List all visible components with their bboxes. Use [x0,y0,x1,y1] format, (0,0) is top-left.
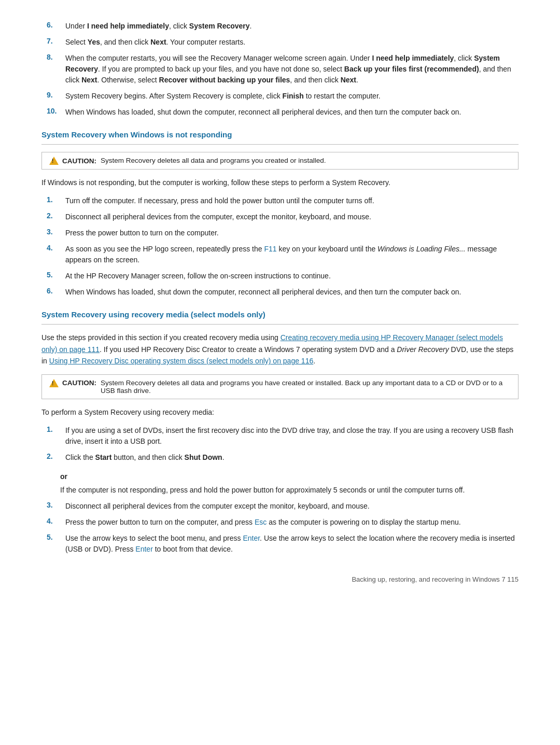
s1-step-2: 2. Disconnect all peripheral devices fro… [41,212,519,222]
s1-step-1-text: Turn off the computer. If necessary, pre… [65,195,519,206]
s2-step-2: 2. Click the Start button, and then clic… [41,452,519,463]
s1-step-2-number: 2. [47,212,65,220]
section2-intro: Use the steps provided in this section i… [41,332,519,367]
step-9-number: 9. [47,91,65,99]
driver-recovery-italic: Driver Recovery [397,345,449,354]
section2-divider [41,324,519,325]
s1-step-6-text: When Windows has loaded, shut down the c… [65,287,519,298]
section2-to-perform: To perform a System Recovery using recov… [41,406,519,418]
step-6-number: 6. [47,21,65,29]
top-steps-list: 6. Under I need help immediately, click … [41,21,519,118]
step-10-number: 10. [47,107,65,115]
step-10: 10. When Windows has loaded, shut down t… [41,107,519,118]
s1-step-6-number: 6. [47,287,65,295]
step-9: 9. System Recovery begins. After System … [41,91,519,102]
section2-caution-label: CAUTION: [49,379,96,387]
section1-divider [41,144,519,145]
step-8-text: When the computer restarts, you will see… [65,53,519,86]
s1-step-5-number: 5. [47,271,65,279]
s2-step-3: 3. Disconnect all peripheral devices fro… [41,501,519,512]
s2-step-2-text: Click the Start button, and then click S… [65,452,519,463]
s1-step-3-text: Press the power button to turn on the co… [65,228,519,238]
caution-icon-2 [49,379,59,387]
s1-step-4-number: 4. [47,244,65,252]
s2-step-4: 4. Press the power button to turn on the… [41,517,519,528]
step-7-text: Select Yes, and then click Next. Your co… [65,37,519,48]
s2-step-1: 1. If you are using a set of DVDs, inser… [41,425,519,447]
f11-key: F11 [264,245,276,253]
page-footer: Backing up, restoring, and recovering in… [41,575,519,583]
s2-step-5: 5. Use the arrow keys to select the boot… [41,533,519,555]
section1-caution-box: CAUTION: System Recovery deletes all dat… [41,152,519,170]
section2-caution-box: CAUTION: System Recovery deletes all dat… [41,374,519,399]
step-6-text: Under I need help immediately, click Sys… [65,21,519,32]
s1-step-4: 4. As soon as you see the HP logo screen… [41,244,519,265]
s2-step-5-text: Use the arrow keys to select the boot me… [65,533,519,555]
step-8-number: 8. [47,53,65,61]
section1-intro: If Windows is not responding, but the co… [41,177,519,188]
s2-step-3-text: Disconnect all peripheral devices from t… [65,501,519,512]
step-9-text: System Recovery begins. After System Rec… [65,91,519,102]
footer-text: Backing up, restoring, and recovering in… [352,575,519,583]
s1-step-1: 1. Turn off the computer. If necessary, … [41,195,519,206]
step-8: 8. When the computer restarts, you will … [41,53,519,86]
s2-step-1-number: 1. [47,425,65,433]
section2-link2[interactable]: Using HP Recovery Disc operating system … [49,357,313,365]
s1-step-3: 3. Press the power button to turn on the… [41,228,519,238]
section2-caution-text: System Recovery deletes all data and pro… [101,379,511,395]
enter-key-1: Enter [243,534,260,542]
step-10-text: When Windows has loaded, shut down the c… [65,107,519,118]
section1-caution-text: System Recovery deletes all data and pro… [101,157,511,164]
s2-step-2-number: 2. [47,452,65,460]
s1-step-1-number: 1. [47,195,65,204]
section1-heading: System Recovery when Windows is not resp… [41,130,519,139]
caution-icon [49,157,59,165]
section2-steps-list-continued: 3. Disconnect all peripheral devices fro… [41,501,519,555]
or-text: If the computer is not responding, press… [60,485,519,496]
step-7-number: 7. [47,37,65,45]
s1-step-4-text: As soon as you see the HP logo screen, r… [65,244,519,265]
s2-step-4-text: Press the power button to turn on the co… [65,517,519,528]
s2-step-5-number: 5. [47,533,65,541]
s1-step-5-text: At the HP Recovery Manager screen, follo… [65,271,519,282]
s2-step-4-number: 4. [47,517,65,525]
s1-step-5: 5. At the HP Recovery Manager screen, fo… [41,271,519,282]
step-6: 6. Under I need help immediately, click … [41,21,519,32]
s2-step-3-number: 3. [47,501,65,509]
s1-step-6: 6. When Windows has loaded, shut down th… [41,287,519,298]
or-label: or [60,472,519,481]
step-7: 7. Select Yes, and then click Next. Your… [41,37,519,48]
section2-steps-list: 1. If you are using a set of DVDs, inser… [41,425,519,463]
section1-caution-label: CAUTION: [49,157,96,165]
esc-key: Esc [255,518,267,526]
enter-key-2: Enter [135,545,152,553]
section2-heading: System Recovery using recovery media (se… [41,310,519,319]
s2-step-1-text: If you are using a set of DVDs, insert t… [65,425,519,447]
s1-step-2-text: Disconnect all peripheral devices from t… [65,212,519,222]
section1-steps-list: 1. Turn off the computer. If necessary, … [41,195,519,298]
loading-files-text: Windows is Loading Files... [377,245,466,253]
s1-step-3-number: 3. [47,228,65,236]
